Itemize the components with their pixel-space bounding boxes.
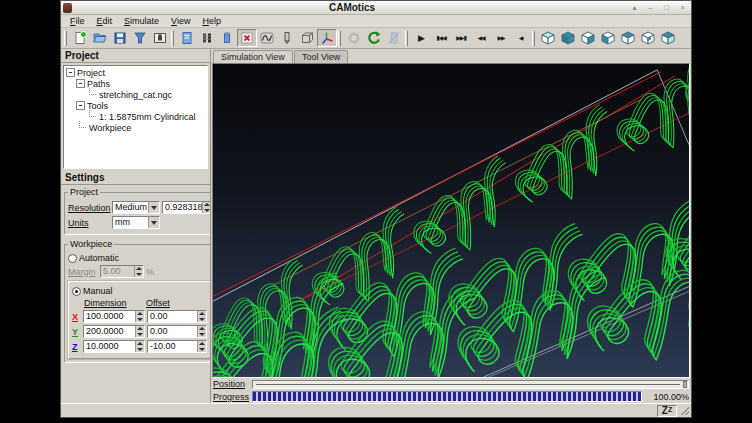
spinner-buttons[interactable] — [135, 326, 144, 337]
y-dimension-input[interactable]: 200.0000 — [83, 325, 145, 338]
margin-label: Margin — [68, 267, 98, 277]
camotics-window: CAMotics ▴ – □ × File Edit Simulate View… — [60, 0, 692, 418]
spinner-buttons[interactable] — [202, 202, 210, 213]
snapshot-button[interactable] — [150, 29, 170, 47]
surface-toggle-icon — [240, 31, 254, 45]
toggle-toolpath-button[interactable] — [257, 29, 277, 47]
optimize-button[interactable] — [384, 29, 404, 47]
spinner-buttons[interactable] — [197, 341, 206, 352]
view-back-button[interactable] — [578, 29, 598, 47]
toggle-axes-button[interactable] — [317, 29, 337, 47]
table-row: Y 200.0000 0.00 — [72, 325, 207, 338]
x-offset-input[interactable]: 0.00 — [147, 310, 207, 323]
menu-help[interactable]: Help — [197, 16, 226, 26]
tools-button[interactable] — [197, 29, 217, 47]
progress-bar — [252, 391, 642, 402]
screen: CAMotics ▴ – □ × File Edit Simulate View… — [0, 0, 752, 423]
step-back-button[interactable]: ◀· — [511, 29, 531, 47]
fast-forward-button[interactable]: ▶▶ — [491, 29, 511, 47]
resolution-number-input[interactable]: 0.928318 — [162, 201, 210, 214]
open-project-button[interactable] — [90, 29, 110, 47]
menu-simulate[interactable]: Simulate — [119, 16, 164, 26]
dimension-header: Dimension — [84, 298, 146, 308]
rewind-button[interactable]: ◀◀ — [471, 29, 491, 47]
view-cube-icon — [620, 31, 636, 45]
automatic-radio-row[interactable]: Automatic — [68, 253, 210, 263]
collapse-icon[interactable] — [76, 101, 85, 110]
collapse-icon[interactable] — [66, 68, 75, 77]
menu-edit[interactable]: Edit — [92, 16, 118, 26]
menu-view[interactable]: View — [166, 16, 195, 26]
position-slider[interactable] — [252, 380, 689, 389]
skip-to-end-icon: ▶▶▮ — [456, 35, 466, 41]
workpiece-group-title: Workpiece — [68, 239, 114, 249]
spinner-buttons[interactable] — [197, 326, 206, 337]
view-cube-icon — [660, 31, 676, 45]
simulation-viewport[interactable] — [212, 63, 690, 378]
automatic-radio[interactable] — [68, 254, 77, 263]
margin-input[interactable]: 5.00 — [100, 265, 144, 278]
save-project-button[interactable] — [110, 29, 130, 47]
view-right-button[interactable] — [618, 29, 638, 47]
tree-item-project[interactable]: Project — [64, 67, 207, 78]
units-select[interactable]: mm — [112, 216, 160, 229]
toolbar-handle — [338, 31, 341, 46]
tab-simulation-view[interactable]: Simulation View — [213, 50, 293, 64]
export-icon — [133, 31, 147, 45]
toggle-surface-button[interactable] — [237, 29, 257, 47]
play-icon: ▶ — [418, 34, 424, 43]
y-axis-label: Y — [72, 327, 81, 337]
toggle-tool-button[interactable] — [277, 29, 297, 47]
tree-item-workpiece[interactable]: Workpiece — [64, 122, 207, 133]
y-offset-input[interactable]: 0.00 — [147, 325, 207, 338]
spinner-buttons[interactable] — [197, 311, 206, 322]
tree-item-file[interactable]: stretching_cat.ngc — [64, 89, 207, 100]
reload-icon — [367, 31, 381, 45]
x-dimension-input[interactable]: 100.0000 — [83, 310, 145, 323]
collapse-icon[interactable] — [76, 79, 85, 88]
add-file-button[interactable] — [177, 29, 197, 47]
toolbar: ▶ ▮◀◀ ▶▶▮ ◀◀ ▶▶ ◀· — [61, 28, 691, 49]
manual-radio[interactable] — [72, 287, 81, 296]
z-dimension-input[interactable]: 10.0000 — [83, 340, 145, 353]
tab-tool-view[interactable]: Tool View — [294, 50, 348, 63]
chevron-down-icon[interactable] — [148, 202, 159, 213]
minimize-button[interactable]: – — [644, 2, 657, 13]
title-bar[interactable]: CAMotics ▴ – □ × — [61, 1, 691, 15]
export-button[interactable] — [130, 29, 150, 47]
view-top-button[interactable] — [638, 29, 658, 47]
spinner-buttons[interactable] — [134, 266, 143, 277]
tree-item-tools[interactable]: Tools — [64, 100, 207, 111]
reload-button[interactable] — [364, 29, 384, 47]
spinner-buttons[interactable] — [135, 341, 144, 352]
stop-button[interactable] — [344, 29, 364, 47]
manual-radio-row[interactable]: Manual — [72, 286, 207, 296]
view-isometric-button[interactable] — [538, 29, 558, 47]
progress-row: Progress 100.00% — [211, 390, 691, 403]
machine-idle-indicator: Z Z — [657, 405, 677, 417]
close-button[interactable]: × — [676, 2, 689, 13]
view-bottom-button[interactable] — [658, 29, 678, 47]
new-file-button[interactable] — [70, 29, 90, 47]
skip-to-end-button[interactable]: ▶▶▮ — [451, 29, 471, 47]
toggle-bounds-button[interactable] — [297, 29, 317, 47]
skip-to-start-button[interactable]: ▮◀◀ — [431, 29, 451, 47]
resolution-select[interactable]: Medium — [112, 201, 160, 214]
workpiece-button[interactable] — [217, 29, 237, 47]
view-front-button[interactable] — [558, 29, 578, 47]
tree-item-paths[interactable]: Paths — [64, 78, 207, 89]
new-file-icon — [73, 31, 87, 45]
play-button[interactable]: ▶ — [411, 29, 431, 47]
slider-handle[interactable] — [683, 381, 687, 388]
resize-grip[interactable] — [680, 406, 689, 415]
z-offset-input[interactable]: -10.00 — [147, 340, 207, 353]
shade-button[interactable]: ▴ — [628, 2, 641, 13]
view-left-button[interactable] — [598, 29, 618, 47]
spinner-buttons[interactable] — [135, 311, 144, 322]
chevron-down-icon[interactable] — [148, 217, 159, 228]
menu-file[interactable]: File — [65, 16, 90, 26]
maximize-button[interactable]: □ — [660, 2, 673, 13]
tools-icon — [200, 31, 214, 45]
axes-icon — [320, 31, 334, 45]
view-cube-icon — [540, 31, 556, 45]
